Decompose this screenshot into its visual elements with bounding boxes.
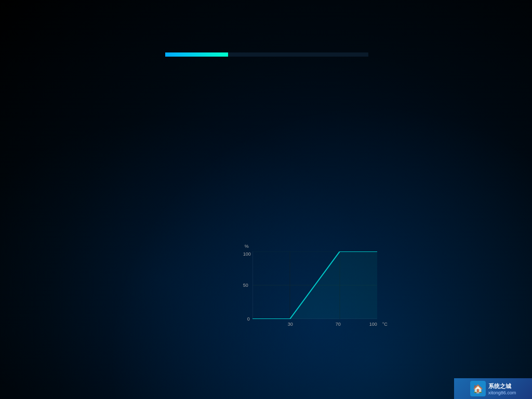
chart-x-100: 100 bbox=[369, 322, 377, 327]
footer-logo: 🏠 系统之城 xitong86.com bbox=[454, 378, 532, 399]
chart-x-30: 30 bbox=[288, 322, 293, 327]
fan-chart-svg bbox=[252, 251, 377, 319]
chart-100-label: 100 bbox=[243, 251, 251, 257]
cpu-temp-fill bbox=[165, 52, 228, 57]
fan-chart-container: % 100 50 0 bbox=[252, 251, 377, 319]
logo-text: 系统之城 xitong86.com bbox=[488, 382, 516, 395]
cpu-temp-bar bbox=[165, 52, 368, 57]
chart-y-axis-label: % bbox=[245, 244, 249, 249]
chart-celsius-label: °C bbox=[382, 322, 388, 327]
chart-0-label: 0 bbox=[247, 316, 250, 322]
logo-icon: 🏠 bbox=[470, 381, 486, 396]
chart-50-label: 50 bbox=[243, 283, 248, 288]
chart-x-70: 70 bbox=[336, 322, 341, 327]
